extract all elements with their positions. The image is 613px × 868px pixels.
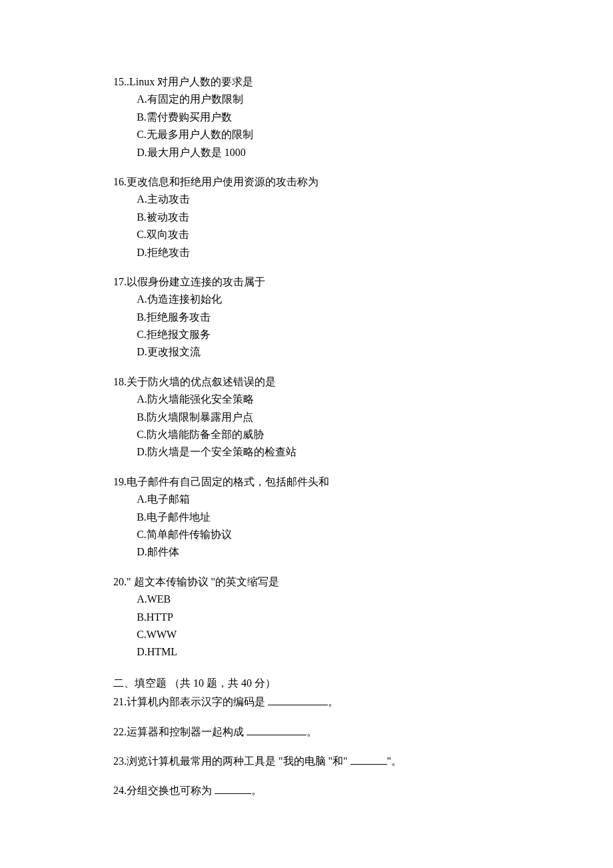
question-number: 15. xyxy=(113,76,127,87)
blank-underline xyxy=(215,783,251,794)
mc-section: 15..Linux 对用户人数的要求是 A.有固定的用户数限制 B.需付费购买用… xyxy=(113,73,500,661)
fill-pre: 分组交换也可称为 xyxy=(127,785,215,796)
question-19: 19.电子邮件有自己固定的格式，包括邮件头和 A.电子邮箱 B.电子邮件地址 C… xyxy=(113,473,500,561)
document-page: 15..Linux 对用户人数的要求是 A.有固定的用户数限制 B.需付费购买用… xyxy=(0,0,613,868)
question-text: 电子邮件有自己固定的格式，包括邮件头和 xyxy=(127,476,329,487)
question-text: 以假身份建立连接的攻击属于 xyxy=(127,276,265,287)
option-a: A.有固定的用户数限制 xyxy=(113,91,500,108)
fill-pre: 浏览计算机最常用的两种工具是 "我的电脑 "和" xyxy=(127,755,350,767)
question-text: " 超文本传输协议 "的英文缩写是 xyxy=(127,576,279,587)
blank-underline xyxy=(350,753,387,765)
option-b: B.防火墙限制暴露用户点 xyxy=(113,409,500,426)
fill-21: 21.计算机内部表示汉字的编码是 。 xyxy=(113,693,500,711)
fill-23: 23.浏览计算机最常用的两种工具是 "我的电脑 "和" "。 xyxy=(113,753,500,770)
question-15: 15..Linux 对用户人数的要求是 A.有固定的用户数限制 B.需付费购买用… xyxy=(113,73,500,161)
question-number: 18. xyxy=(113,376,127,387)
blank-underline xyxy=(268,694,328,705)
option-a: A.电子邮箱 xyxy=(113,491,500,508)
option-b: B.需付费购买用户数 xyxy=(113,109,500,126)
option-c: C.无最多用户人数的限制 xyxy=(113,126,500,143)
fill-number: 24. xyxy=(113,785,127,796)
question-16: 16.更改信息和拒绝用户使用资源的攻击称为 A.主动攻击 B.被动攻击 C.双向… xyxy=(113,173,500,261)
fill-number: 22. xyxy=(113,726,127,737)
fill-24: 24.分组交换也可称为 。 xyxy=(113,782,500,799)
option-b: B.拒绝服务攻击 xyxy=(113,309,500,326)
question-stem: 16.更改信息和拒绝用户使用资源的攻击称为 xyxy=(113,173,500,191)
question-17: 17.以假身份建立连接的攻击属于 A.伪造连接初始化 B.拒绝服务攻击 C.拒绝… xyxy=(113,273,500,361)
option-d: D.最大用户人数是 1000 xyxy=(113,144,500,161)
option-a: A.伪造连接初始化 xyxy=(113,291,500,308)
option-b: B.被动攻击 xyxy=(113,209,500,226)
option-d: D.更改报文流 xyxy=(113,343,500,361)
fill-number: 23. xyxy=(113,755,127,767)
option-a: A.WEB xyxy=(113,591,500,608)
question-number: 20. xyxy=(113,576,127,587)
question-text: .Linux 对用户人数的要求是 xyxy=(127,76,253,87)
question-text: 关于防火墙的优点叙述错误的是 xyxy=(127,376,276,387)
question-18: 18.关于防火墙的优点叙述错误的是 A.防火墙能强化安全策略 B.防火墙限制暴露… xyxy=(113,373,500,461)
option-a: A.防火墙能强化安全策略 xyxy=(113,391,500,408)
fill-post: 。 xyxy=(251,785,262,796)
option-a: A.主动攻击 xyxy=(113,191,500,208)
fill-pre: 计算机内部表示汉字的编码是 xyxy=(127,696,268,707)
option-d: D.防火墙是一个安全策略的检查站 xyxy=(113,443,500,461)
fill-number: 21. xyxy=(113,696,127,707)
question-stem: 20." 超文本传输协议 "的英文缩写是 xyxy=(113,573,500,591)
option-c: C.WWW xyxy=(113,626,500,643)
fill-22: 22.运算器和控制器一起构成 。 xyxy=(113,723,500,741)
question-text: 更改信息和拒绝用户使用资源的攻击称为 xyxy=(127,176,318,187)
option-c: C.双向攻击 xyxy=(113,226,500,243)
question-stem: 18.关于防火墙的优点叙述错误的是 xyxy=(113,373,500,391)
option-c: C.防火墙能防备全部的威胁 xyxy=(113,426,500,443)
option-d: D.邮件体 xyxy=(113,543,500,561)
option-b: B.电子邮件地址 xyxy=(113,509,500,526)
question-stem: 15..Linux 对用户人数的要求是 xyxy=(113,73,500,91)
option-d: D.HTML xyxy=(113,643,500,661)
question-20: 20." 超文本传输协议 "的英文缩写是 A.WEB B.HTTP C.WWW … xyxy=(113,573,500,661)
question-number: 16. xyxy=(113,176,127,187)
fill-post: 。 xyxy=(306,726,317,737)
option-b: B.HTTP xyxy=(113,609,500,626)
question-stem: 19.电子邮件有自己固定的格式，包括邮件头和 xyxy=(113,473,500,491)
option-d: D.拒绝攻击 xyxy=(113,244,500,261)
fill-pre: 运算器和控制器一起构成 xyxy=(127,726,247,737)
option-c: C.拒绝报文服务 xyxy=(113,326,500,343)
blank-underline xyxy=(247,724,306,735)
fill-post: "。 xyxy=(387,755,402,767)
question-number: 17. xyxy=(113,276,127,287)
fill-post: 。 xyxy=(328,696,338,707)
option-c: C.简单邮件传输协议 xyxy=(113,526,500,543)
question-stem: 17.以假身份建立连接的攻击属于 xyxy=(113,273,500,291)
section-2-title: 二、填空题 （共 10 题，共 40 分） xyxy=(113,675,500,692)
question-number: 19. xyxy=(113,476,127,487)
